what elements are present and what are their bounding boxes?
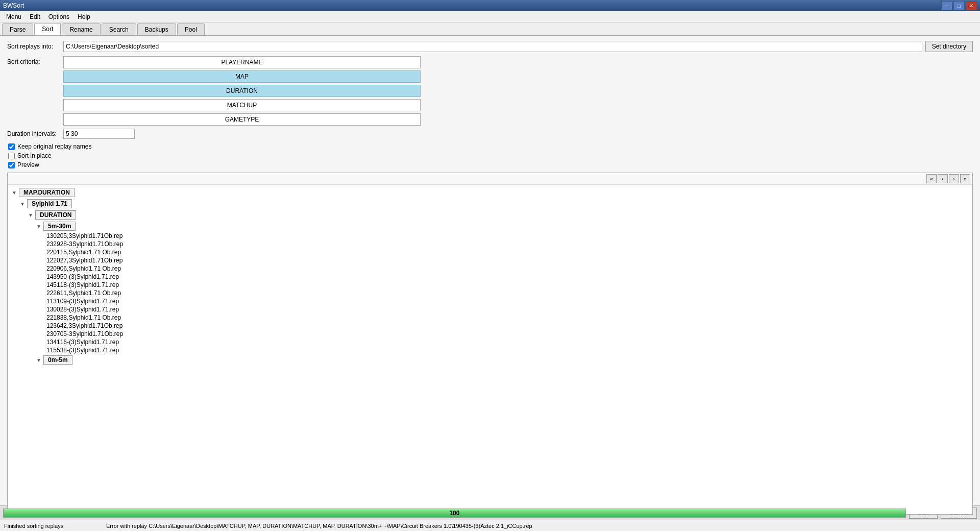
keep-original-row: Keep original replay names [8,143,973,150]
duration-intervals-label: Duration intervals: [7,130,63,137]
maximize-button[interactable]: □ [953,1,965,10]
tree-root-row[interactable]: ▼ MAP.DURATION [12,187,968,198]
progress-label: 100 [4,510,905,517]
5m30m-tag: 5m-30m [43,222,76,231]
list-item: 220115,Sylphid1.71 Ob.rep [46,248,968,256]
tree-node-sylphid: ▼ Sylphid 1.71 ▼ DURATION [20,198,968,366]
titlebar-controls: ─ □ ✕ [941,1,977,10]
tab-parse[interactable]: Parse [2,23,33,35]
nav-first-button[interactable]: « [926,174,937,183]
criteria-gametype[interactable]: GAMETYPE [63,113,421,126]
statusbar-left: Finished sorting replays [4,523,106,529]
list-item: 130205,3Sylphid1.71Ob.rep [46,232,968,240]
criteria-duration[interactable]: DURATION [63,85,421,97]
tree-node-5m30m: ▼ 5m-30m 130205,3Sylphid1.71Ob.rep 23292… [36,221,968,354]
titlebar: BWSort ─ □ ✕ [0,0,980,11]
sylphid-tag: Sylphid 1.71 [27,199,72,208]
nav-last-button[interactable]: » [960,174,970,183]
progress-track: 100 [3,509,906,518]
criteria-map[interactable]: MAP [63,70,421,83]
duration-intervals-input[interactable] [63,129,135,139]
nav-prev-button[interactable]: ‹ [938,174,948,183]
sort-in-place-row: Sort in place [8,152,973,159]
tab-rename[interactable]: Rename [62,23,100,35]
list-item: 145118-(3)Sylphid1.71.rep [46,281,968,289]
keep-original-checkbox[interactable] [8,143,15,150]
statusbar: Finished sorting replays Error with repl… [0,520,980,531]
list-item: 130028-(3)Sylphid1.71.rep [46,305,968,313]
menu-help[interactable]: Help [74,12,94,21]
set-directory-button[interactable]: Set directory [925,41,973,52]
sort-in-place-checkbox[interactable] [8,153,15,159]
tree-node-0m5m: ▼ 0m-5m [36,354,968,366]
expand-sylphid-icon: ▼ [20,201,27,207]
expand-5m30m-icon: ▼ [36,224,43,229]
tree-root: ▼ MAP.DURATION ▼ Sylphid 1.71 [12,187,968,366]
tree-node-duration: ▼ DURATION ▼ 5m-30m [28,209,968,366]
menu-menu[interactable]: Menu [2,12,26,21]
root-children: ▼ Sylphid 1.71 ▼ DURATION [20,198,968,366]
menu-options[interactable]: Options [44,12,74,21]
list-item: 122027,3Sylphid1.71Ob.rep [46,256,968,264]
duration-children: ▼ 5m-30m 130205,3Sylphid1.71Ob.rep 23292… [36,221,968,366]
sort-criteria-area: Sort criteria: PLAYERNAME MAP DURATION M… [7,56,973,126]
preview-area: « ‹ › » ▼ MAP.DURATION ▼ Sylphid 1.71 [7,173,973,515]
preview-checkbox[interactable] [8,162,15,168]
preview-label: Preview [17,161,39,168]
sylphid-children: ▼ DURATION ▼ 5m-30m [28,209,968,366]
list-item: 143950-(3)Sylphid1.71.rep [46,273,968,281]
0m5m-tag: 0m-5m [43,355,72,365]
statusbar-right: Error with replay C:\Users\Eigenaar\Desk… [106,523,976,529]
5m30m-files: 130205,3Sylphid1.71Ob.rep 232928-3Sylphi… [44,232,968,354]
list-item: 134116-(3)Sylphid1.71.rep [46,338,968,346]
menu-edit[interactable]: Edit [26,12,44,21]
duration-tag: DURATION [35,210,76,220]
tree-node-5m30m-row[interactable]: ▼ 5m-30m [36,221,968,232]
list-item: 232928-3Sylphid1.71Ob.rep [46,240,968,248]
list-item: 222611,Sylphid1.71 Ob.rep [46,289,968,297]
sort-in-place-label: Sort in place [17,152,52,159]
tree-node-sylphid-row[interactable]: ▼ Sylphid 1.71 [20,198,968,209]
duration-intervals-row: Duration intervals: [7,129,973,139]
list-item: 113109-(3)Sylphid1.71.rep [46,297,968,305]
criteria-matchup[interactable]: MATCHUP [63,99,421,111]
root-tag: MAP.DURATION [19,188,75,197]
menubar: Menu Edit Options Help [0,11,980,22]
tab-backups[interactable]: Backups [137,23,176,35]
titlebar-title: BWSort [3,2,24,9]
criteria-playername[interactable]: PLAYERNAME [63,56,421,68]
sort-replays-row: Sort replays into: Set directory [7,41,973,52]
criteria-buttons-group: PLAYERNAME MAP DURATION MATCHUP GAMETYPE [63,56,421,126]
expand-root-icon: ▼ [12,190,19,196]
preview-navigation: « ‹ › » [8,173,972,185]
list-item: 221838,Sylphid1.71 Ob.rep [46,313,968,322]
list-item: 230705-3Sylphid1.71Ob.rep [46,330,968,338]
list-item: 123642,3Sylphid1.71Ob.rep [46,322,968,330]
tab-sort[interactable]: Sort [34,23,61,35]
tree-node-duration-row[interactable]: ▼ DURATION [28,209,968,221]
list-item: 220906,Sylphid1.71 Ob.rep [46,264,968,273]
expand-0m5m-icon: ▼ [36,357,43,363]
tree-node-0m5m-row[interactable]: ▼ 0m-5m [36,354,968,366]
sort-replays-label: Sort replays into: [7,43,63,50]
nav-next-button[interactable]: › [949,174,959,183]
expand-duration-icon: ▼ [28,212,35,218]
sort-replays-input[interactable] [63,41,922,52]
sort-criteria-label: Sort criteria: [7,56,63,126]
tab-pool[interactable]: Pool [177,23,205,35]
close-button[interactable]: ✕ [966,1,977,10]
minimize-button[interactable]: ─ [941,1,952,10]
preview-row: Preview [8,161,973,168]
tab-search[interactable]: Search [102,23,136,35]
tree-area[interactable]: ▼ MAP.DURATION ▼ Sylphid 1.71 [8,185,972,514]
list-item: 115538-(3)Sylphid1.71.rep [46,346,968,354]
main-content: Sort replays into: Set directory Sort cr… [0,36,980,505]
keep-original-label: Keep original replay names [17,143,91,150]
tabbar: Parse Sort Rename Search Backups Pool [0,22,980,36]
